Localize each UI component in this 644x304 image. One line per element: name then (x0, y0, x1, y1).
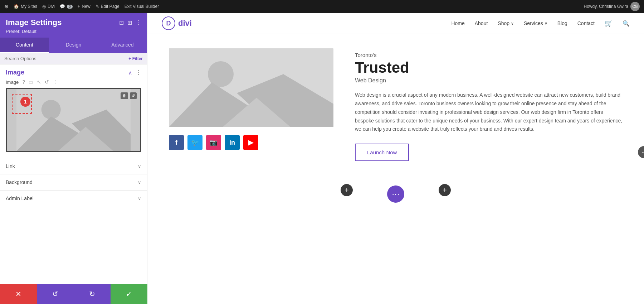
tab-advanced[interactable]: Advanced (98, 38, 147, 53)
nav-about[interactable]: About (475, 20, 488, 26)
web-design-text: Web Design (355, 77, 623, 84)
search-row: + Filter (0, 53, 147, 64)
panel-content: Image ∧ ⋮ Image ? ▭ ↖ ↺ ⋮ (0, 64, 147, 304)
svg-point-1 (42, 100, 61, 119)
shop-chevron-icon: ∨ (511, 21, 514, 26)
admin-label-section: Admin Label ∨ (0, 190, 147, 206)
edit-page-label: Edit Page (101, 4, 119, 9)
howdy-text: Howdy, Christina Gwira (584, 4, 629, 9)
new-item[interactable]: + New (78, 4, 91, 9)
tab-design[interactable]: Design (49, 38, 98, 53)
builder-overlay: + + ⋯ (147, 179, 644, 208)
my-sites-label: My Sites (21, 4, 37, 9)
site-nav-links: Home About Shop ∨ Services ∨ Blog Contac… (451, 19, 630, 27)
panel-bottom-buttons: ✕ ↺ ↻ ✓ (0, 284, 147, 304)
admin-label-chevron-icon: ∨ (138, 196, 141, 201)
logo-circle: D (162, 16, 175, 30)
search-icon[interactable]: 🔍 (623, 20, 630, 27)
nav-blog[interactable]: Blog (557, 20, 567, 26)
tab-content[interactable]: Content (0, 38, 49, 53)
divi-item[interactable]: ◎ Divi (42, 4, 55, 9)
image-placeholder: 1 🗑 ↺ (7, 89, 140, 151)
nav-home[interactable]: Home (451, 20, 464, 26)
reset-icon[interactable]: ↺ (45, 79, 49, 85)
redo-button[interactable]: ↻ (74, 284, 111, 304)
page-image-placeholder (169, 48, 333, 127)
main-layout: Image Settings ⊡ ⊞ ⋮ Preset: Default Con… (0, 13, 644, 304)
image-section-title: Image (6, 69, 24, 76)
my-sites-item[interactable]: 🏠 My Sites (14, 4, 37, 9)
link-section: Link ∨ (0, 158, 147, 174)
nav-shop[interactable]: Shop ∨ (498, 20, 514, 26)
edit-page-item[interactable]: ✎ Edit Page (96, 4, 119, 9)
cancel-button[interactable]: ✕ (0, 284, 37, 304)
divi-icon: ◎ (42, 4, 46, 9)
my-sites-icon: 🏠 (14, 4, 19, 9)
user-avatar[interactable]: CG (630, 2, 640, 11)
admin-label-section-header[interactable]: Admin Label ∨ (0, 190, 147, 206)
nav-contact[interactable]: Contact (577, 20, 595, 26)
panel-preset[interactable]: Preset: Default (6, 29, 141, 34)
section-header-right: ∧ ⋮ (128, 69, 141, 76)
layer-badge: 1 (20, 97, 30, 107)
mobile-preview-icon[interactable]: ▭ (29, 79, 33, 85)
linkedin-icon[interactable]: in (225, 135, 240, 150)
link-title: Link (6, 163, 15, 169)
new-label: New (82, 4, 91, 9)
image-controls-row: Image ? ▭ ↖ ↺ ⋮ (0, 79, 147, 88)
social-icons: f 🐦 📷 in ▶ (169, 135, 333, 150)
main-content: D divi Home About Shop ∨ Services ∨ Blog… (147, 13, 644, 304)
layout-icon[interactable]: ⊞ (127, 19, 132, 26)
comments-icon: 💬 (60, 4, 65, 9)
comments-item[interactable]: 💬 0 (60, 4, 73, 9)
exit-builder-label: Exit Visual Builder (125, 4, 159, 9)
section-chevron-icon[interactable]: ∧ (128, 70, 132, 76)
youtube-icon[interactable]: ▶ (243, 135, 258, 150)
body-text: Web design is a crucial aspect of any mo… (355, 91, 623, 134)
page-image-area: f 🐦 📷 in ▶ (169, 48, 333, 150)
cursor-icon[interactable]: ↖ (37, 79, 41, 85)
image-section-header: Image ∧ ⋮ (0, 64, 147, 79)
image-action-icons: 🗑 ↺ (121, 92, 137, 99)
facebook-icon[interactable]: f (169, 135, 184, 150)
wp-icon-item[interactable]: ⊕ (4, 4, 9, 9)
site-nav: D divi Home About Shop ∨ Services ∨ Blog… (147, 13, 644, 34)
admin-bar: ⊕ 🏠 My Sites ◎ Divi 💬 0 + New ✎ Edit Pag… (0, 0, 644, 13)
undo-overlay-icon[interactable]: ↺ (130, 92, 137, 99)
more-icon[interactable]: ⋮ (136, 19, 141, 26)
add-column-left-button[interactable]: + (341, 184, 353, 196)
site-logo: D divi (162, 16, 192, 30)
panel-header: Image Settings ⊡ ⊞ ⋮ Preset: Default (0, 13, 147, 38)
left-panel: Image Settings ⊡ ⊞ ⋮ Preset: Default Con… (0, 13, 147, 304)
services-chevron-icon: ∨ (545, 21, 547, 26)
filter-button[interactable]: + Filter (128, 56, 143, 61)
launch-button[interactable]: Launch Now (355, 144, 409, 161)
logo-text: divi (178, 19, 192, 28)
cart-icon[interactable]: 🛒 (605, 19, 613, 27)
background-section: Background ∨ (0, 174, 147, 190)
instagram-icon[interactable]: 📷 (206, 135, 221, 150)
link-chevron-icon: ∨ (138, 164, 141, 169)
panel-tabs: Content Design Advanced (0, 38, 147, 53)
link-section-header[interactable]: Link ∨ (0, 158, 147, 174)
delete-icon[interactable]: 🗑 (121, 92, 128, 99)
options-icon[interactable]: ⋮ (53, 79, 58, 85)
nav-services[interactable]: Services ∨ (524, 20, 547, 26)
admin-label-title: Admin Label (6, 196, 34, 201)
admin-bar-left: ⊕ 🏠 My Sites ◎ Divi 💬 0 + New ✎ Edit Pag… (4, 4, 159, 9)
edit-icon: ✎ (96, 4, 99, 9)
section-menu-icon[interactable]: ⋮ (136, 69, 141, 76)
search-input[interactable] (4, 56, 128, 61)
trusted-heading: Trusted (355, 59, 623, 76)
help-icon[interactable]: ? (22, 79, 25, 85)
image-preview-wrap: 1 🗑 ↺ (6, 88, 141, 152)
add-column-right-button[interactable]: + (439, 184, 451, 196)
undo-button[interactable]: ↺ (37, 284, 74, 304)
twitter-icon[interactable]: 🐦 (187, 135, 203, 150)
save-button[interactable]: ✓ (111, 284, 147, 304)
add-section-button[interactable]: ⋯ (387, 185, 404, 203)
expand-icon[interactable]: ⊡ (119, 19, 124, 26)
background-section-header[interactable]: Background ∨ (0, 174, 147, 190)
background-title: Background (6, 179, 33, 185)
exit-builder-item[interactable]: Exit Visual Builder (125, 4, 159, 9)
